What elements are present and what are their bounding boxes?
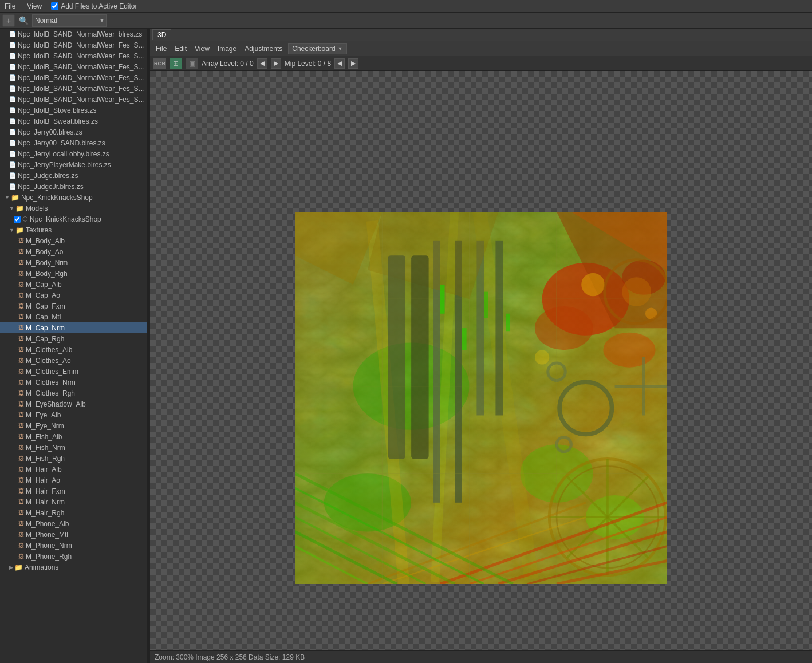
list-item[interactable]: 🖼M_Body_Alb (0, 235, 147, 246)
texture-icon: 🖼 (18, 423, 24, 429)
viewer-menu-edit[interactable]: Edit (172, 44, 189, 54)
texture-icon: 🖼 (18, 303, 24, 309)
mip-prev-button[interactable]: ◀ (334, 58, 345, 69)
viewer-tab-3d[interactable]: 3D (152, 29, 171, 40)
list-item[interactable]: 📄Npc_IdolB_SAND_NormalWear_Fes_Sand... (0, 50, 147, 61)
item-label: Npc_IdolB_SAND_NormalWear_Fes_Sand... (18, 85, 147, 93)
list-item[interactable]: 🖼M_Hair_Nrm (0, 496, 147, 507)
viewer-menu-file[interactable]: File (153, 44, 169, 54)
search-icon[interactable]: 🔍 (17, 14, 30, 27)
list-item[interactable]: 🖼M_Phone_Alb (0, 518, 147, 529)
rgb-view-button[interactable]: RGB (153, 58, 166, 69)
list-item[interactable]: 🖼M_Clothes_Nrm (0, 377, 147, 388)
list-item[interactable]: 🖼M_EyeShadow_Alb (0, 398, 147, 409)
list-item[interactable]: 📄Npc_JudgeJr.blres.zs (0, 181, 147, 192)
texture-icon: 🖼 (18, 531, 24, 538)
model-checkbox[interactable] (14, 216, 21, 223)
list-item[interactable]: 📄Npc_IdolB_Stove.blres.zs (0, 105, 147, 116)
list-item[interactable]: 📄Npc_Jerry00.blres.zs (0, 127, 147, 137)
file-icon: 📄 (9, 107, 16, 113)
list-item[interactable]: 📄Npc_IdolB_SAND_NormalWear_Fes_Sand... (0, 61, 147, 72)
list-item[interactable]: 📄Npc_IdolB_SAND_NormalWear_Fes_Sand... (0, 94, 147, 105)
list-item[interactable]: 📄Npc_IdolB_SAND_NormalWear_blres.zs (0, 29, 147, 40)
texture-icon: 🖼 (18, 346, 24, 353)
list-item[interactable]: 🖼M_Hair_Alb (0, 464, 147, 475)
viewer-toolbar: File Edit View Image Adjustments Checker… (150, 41, 812, 56)
add-button[interactable]: + (2, 14, 15, 27)
texture-icon: 🖼 (18, 499, 24, 505)
texture-preview (295, 212, 667, 584)
list-item[interactable]: 📄Npc_IdolB_Sweat.blres.zs (0, 116, 147, 127)
list-item[interactable]: 🖼M_Body_Rgh (0, 268, 147, 279)
menu-file[interactable]: File (2, 1, 18, 11)
texture-icon: 🖼 (18, 401, 24, 407)
list-item[interactable]: 🖼M_Fish_Rgh (0, 453, 147, 464)
texture-icon: 🖼 (18, 510, 24, 516)
list-item[interactable]: 🖼M_Hair_Fxm (0, 486, 147, 496)
list-item[interactable]: 🖼M_Cap_Ao (0, 290, 147, 301)
list-item[interactable]: ▶📁Animations (0, 562, 147, 573)
list-item[interactable]: ▼📁Textures (0, 224, 147, 235)
list-item[interactable]: 🖼M_Cap_Fxm (0, 301, 147, 311)
list-item[interactable]: 🖼M_Cap_Rgh (0, 333, 147, 344)
texture-icon: 🖼 (18, 379, 24, 385)
list-item[interactable]: 🖼M_Eye_Nrm (0, 420, 147, 431)
list-item[interactable]: 📄Npc_JerryLocalLobby.blres.zs (0, 148, 147, 159)
viewer-menu-adjustments[interactable]: Adjustments (242, 44, 285, 54)
list-item[interactable]: 🖼M_Body_Ao (0, 246, 147, 257)
texture-icon: 🖼 (18, 455, 24, 461)
folder-icon: 📁 (15, 226, 24, 234)
mip-next-button[interactable]: ▶ (348, 58, 358, 69)
list-item[interactable]: 🖼M_Body_Nrm (0, 257, 147, 268)
viewer-menu-image[interactable]: Image (215, 44, 239, 54)
list-item[interactable]: 🖼M_Clothes_Rgh (0, 388, 147, 398)
list-item[interactable]: 🖼M_Hair_Ao (0, 475, 147, 486)
mode-dropdown[interactable]: Normal Albedo Roughness Metalness AO Emi… (32, 14, 107, 27)
list-item[interactable]: 🖼M_Fish_Nrm (0, 442, 147, 453)
item-label: M_Phone_Rgh (26, 552, 72, 561)
list-item[interactable]: 📄Npc_IdolB_SAND_NormalWear_Fes_Sand... (0, 72, 147, 83)
viewer-menu-view[interactable]: View (192, 44, 212, 54)
file-icon: 📄 (9, 118, 16, 124)
list-item[interactable]: 🖼M_Clothes_Emm (0, 366, 147, 377)
list-item[interactable]: ⬡Npc_KnickKnacksShop (0, 214, 147, 224)
list-item[interactable]: 📄Npc_Judge.blres.zs (0, 170, 147, 181)
list-item[interactable]: 🖼M_Cap_Nrm (0, 322, 147, 333)
folder-icon: 📁 (15, 204, 24, 212)
texture-icon: 🖼 (18, 466, 24, 472)
menu-view[interactable]: View (25, 1, 44, 11)
item-label: M_Fish_Alb (26, 433, 62, 441)
list-item[interactable]: 📄Npc_Jerry00_SAND.blres.zs (0, 137, 147, 148)
add-to-active-editor-label[interactable]: Add Files to Active Editor (51, 2, 137, 10)
checkerboard-dropdown[interactable]: Checkerboard ▼ (288, 43, 346, 54)
list-item[interactable]: 🖼M_Phone_Nrm (0, 540, 147, 551)
list-item[interactable]: 📄Npc_IdolB_SAND_NormalWear_Fes_Sand... (0, 40, 147, 50)
folder-icon: 📁 (14, 563, 23, 571)
channel-view-button[interactable]: ⊞ (170, 58, 182, 69)
item-label: M_Clothes_Rgh (26, 389, 75, 397)
list-item[interactable]: 🖼M_Phone_Mtl (0, 529, 147, 540)
list-item[interactable]: 📄Npc_IdolB_SAND_NormalWear_Fes_Sand... (0, 83, 147, 94)
list-item[interactable]: 🖼M_Clothes_Alb (0, 344, 147, 355)
list-item[interactable]: ▼📁Models (0, 203, 147, 214)
list-item[interactable]: 📄Npc_JerryPlayerMake.blres.zs (0, 159, 147, 170)
list-item[interactable]: ▼📁Npc_KnickKnacksShop (0, 192, 147, 203)
canvas-area[interactable] (150, 71, 812, 650)
list-item[interactable]: 🖼M_Clothes_Ao (0, 355, 147, 366)
file-icon: 📄 (9, 64, 16, 70)
alpha-view-button[interactable]: ▣ (186, 58, 198, 69)
item-label: M_Body_Alb (26, 237, 65, 245)
list-item[interactable]: 🖼M_Eye_Alb (0, 409, 147, 420)
item-label: Npc_IdolB_SAND_NormalWear_Fes_Sand... (18, 74, 147, 82)
list-item[interactable]: 🖼M_Cap_Mtl (0, 311, 147, 322)
list-item[interactable]: 🖼M_Phone_Rgh (0, 551, 147, 562)
list-item[interactable]: 🖼M_Fish_Alb (0, 431, 147, 442)
texture-icon: 🖼 (18, 444, 24, 451)
list-item[interactable]: 🖼M_Cap_Alb (0, 279, 147, 290)
array-prev-button[interactable]: ◀ (257, 58, 267, 69)
array-next-button[interactable]: ▶ (271, 58, 281, 69)
checkerboard-label: Checkerboard (292, 45, 335, 53)
add-to-active-editor-checkbox[interactable] (51, 2, 58, 10)
list-item[interactable]: 🖼M_Hair_Rgh (0, 507, 147, 518)
item-label: M_Hair_Rgh (26, 509, 64, 517)
